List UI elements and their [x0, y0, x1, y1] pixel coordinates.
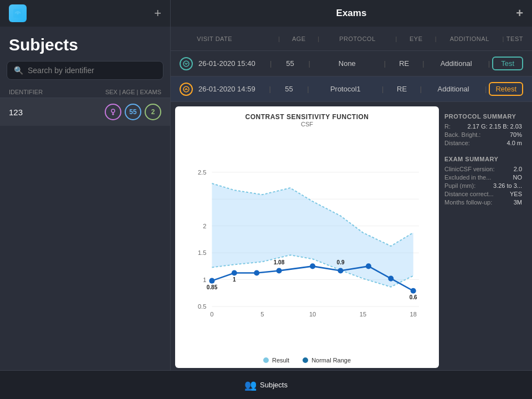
svg-point-26	[254, 270, 259, 275]
subjects-nav-label[interactable]: Subjects	[260, 381, 288, 389]
exam-row-1[interactable]: 26-01-2020 15:40 | 55 | None | RE | Addi…	[171, 51, 532, 76]
svg-text:5: 5	[260, 311, 264, 318]
protocol-line-2: Distance: 4.0 m	[444, 140, 522, 146]
th-eye: EYE	[400, 35, 433, 42]
col-sex-age-exams-header: SEX | AGE | EXAMS	[105, 89, 161, 95]
td-eye-1: RE	[388, 59, 420, 68]
svg-point-32	[411, 288, 416, 294]
chart-title: CONTRAST SENSITIVITY FUNCTION	[184, 113, 430, 121]
th-age: AGE	[282, 35, 315, 42]
svg-text:0.6: 0.6	[410, 294, 417, 300]
app-icon	[9, 4, 27, 22]
retest-button-2[interactable]: Retest	[489, 82, 523, 96]
svg-point-28	[310, 263, 315, 269]
exam-row-2[interactable]: 26-01-2020 14:59 | 55 | Protocol1 | RE |…	[171, 76, 532, 102]
sidebar-title: Subjects	[0, 27, 170, 61]
protocol-line-0: R: 2.17 G: 2.15 B: 2.03	[444, 123, 522, 130]
subject-row[interactable]: 123 55 2	[0, 98, 170, 126]
subjects-nav-icon: 👥	[244, 379, 257, 391]
el1-value: NO	[513, 174, 523, 181]
exam-line-4: Months follow-up: 3M	[444, 199, 522, 206]
subject-badges: 55 2	[105, 104, 161, 120]
svg-text:0: 0	[210, 311, 213, 318]
el3-label: Distance correct...	[444, 191, 494, 197]
th-additional: ADDITIONAL	[439, 35, 500, 42]
badge-exams: 2	[145, 104, 161, 120]
svg-point-1	[17, 12, 19, 14]
el4-label: Months follow-up:	[444, 199, 492, 206]
el0-label: ClinicCSF version:	[444, 166, 494, 172]
el2-label: Pupil (mm):	[444, 182, 475, 189]
summary-panel: PROTOCOL SUMMARY R: 2.17 G: 2.15 B: 2.03…	[439, 106, 528, 368]
pl0-label: R:	[444, 123, 451, 130]
pl0-value: 2.17 G: 2.15 B: 2.03	[468, 123, 522, 130]
el2-value: 3.26 to 3...	[493, 182, 522, 189]
legend-normal-label: Normal Range	[311, 357, 351, 364]
subject-id: 123	[9, 108, 105, 117]
sidebar-header: +	[0, 0, 171, 27]
th-protocol: PROTOCOL	[322, 35, 393, 42]
protocol-summary-title: PROTOCOL SUMMARY	[444, 113, 522, 120]
main-title: Exams	[336, 8, 367, 19]
el0-value: 2.0	[514, 166, 522, 172]
badge-age: 55	[125, 104, 141, 120]
sidebar-add-button[interactable]: +	[154, 7, 161, 19]
main-panel: VISIT DATE | AGE | PROTOCOL | EYE | ADDI…	[171, 27, 532, 370]
badge-gender	[105, 104, 121, 120]
svg-text:2.5: 2.5	[198, 169, 206, 176]
pl1-value: 70%	[510, 131, 522, 138]
exams-add-button[interactable]: +	[516, 6, 523, 21]
exam-line-2: Pupil (mm): 3.26 to 3...	[444, 182, 522, 189]
svg-text:10: 10	[309, 311, 316, 318]
svg-point-25	[232, 270, 237, 275]
svg-text:0.9: 0.9	[337, 259, 345, 265]
main-header: Exams +	[171, 0, 532, 27]
legend-result-label: Result	[272, 357, 289, 364]
pl2-label: Distance:	[444, 140, 470, 146]
svg-text:18: 18	[410, 311, 417, 318]
search-input[interactable]	[28, 66, 156, 75]
legend-result: Result	[263, 357, 289, 364]
chart-container: CONTRAST SENSITIVITY FUNCTION CSF 2.5 2	[175, 106, 439, 368]
svg-text:1.5: 1.5	[198, 249, 206, 256]
svg-point-30	[366, 263, 371, 269]
pl1-label: Back. Bright.:	[444, 131, 480, 138]
pl2-value: 4.0 m	[507, 140, 522, 146]
td-additional-2: Additional	[424, 85, 483, 93]
td-protocol-2: Protocol1	[311, 85, 380, 93]
svg-text:0.5: 0.5	[198, 303, 206, 310]
td-protocol-1: None	[313, 59, 382, 68]
td-visit-1: 26-01-2020 15:40	[198, 59, 268, 68]
top-bar: + Exams +	[0, 0, 532, 27]
legend-dot-result	[263, 357, 269, 363]
exam-line-1: Excluded in the... NO	[444, 174, 522, 181]
svg-text:1.08: 1.08	[274, 259, 285, 265]
svg-point-2	[111, 109, 115, 112]
svg-point-27	[277, 268, 282, 273]
body: Subjects 🔍 IDENTIFIER SEX | AGE | EXAMS …	[0, 27, 532, 370]
td-test-2: Retest	[489, 82, 523, 96]
svg-point-31	[388, 276, 393, 282]
td-age-2: 55	[273, 85, 305, 93]
td-additional-1: Additional	[427, 59, 486, 68]
sidebar: Subjects 🔍 IDENTIFIER SEX | AGE | EXAMS …	[0, 27, 171, 370]
legend-dot-normal	[303, 357, 308, 363]
chart-subtitle: CSF	[184, 121, 430, 127]
table-header: VISIT DATE | AGE | PROTOCOL | EYE | ADDI…	[171, 27, 532, 51]
svg-text:1: 1	[233, 277, 236, 283]
chart-area: CONTRAST SENSITIVITY FUNCTION CSF 2.5 2	[171, 102, 532, 370]
el3-value: YES	[510, 191, 522, 197]
exam-summary-section: EXAM SUMMARY ClinicCSF version: 2.0 Excl…	[444, 156, 522, 207]
el4-value: 3M	[514, 199, 522, 206]
row-icon-2	[180, 83, 193, 96]
exam-summary-title: EXAM SUMMARY	[444, 156, 522, 162]
exam-line-0: ClinicCSF version: 2.0	[444, 166, 522, 172]
td-test-1: Test	[492, 57, 523, 70]
th-visit-date: VISIT DATE	[197, 35, 276, 42]
chart-legend: Result Normal Range	[184, 357, 430, 364]
test-button-1[interactable]: Test	[492, 57, 523, 70]
protocol-summary-section: PROTOCOL SUMMARY R: 2.17 G: 2.15 B: 2.03…	[444, 113, 522, 148]
search-box: 🔍	[7, 61, 163, 80]
svg-point-24	[209, 278, 214, 284]
td-age-1: 55	[274, 59, 306, 68]
